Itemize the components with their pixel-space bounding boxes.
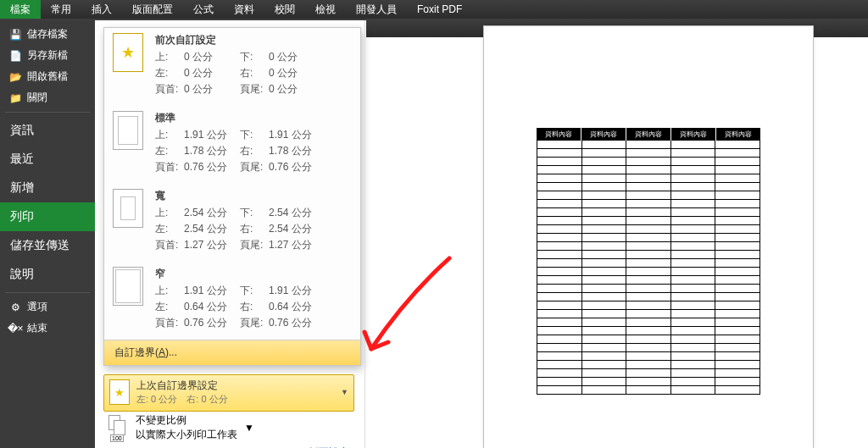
margin-title: 前次自訂設定 bbox=[155, 33, 352, 47]
ribbon-tab-4[interactable]: 公式 bbox=[183, 0, 224, 19]
preview-page: 資料內容資料內容資料內容資料內容資料內容 bbox=[483, 25, 814, 448]
file-icon: 📂 bbox=[8, 70, 22, 84]
file-icon: 💾 bbox=[8, 28, 22, 41]
option-icon: ⚙ bbox=[8, 301, 22, 314]
scaling-option[interactable]: 100 不變更比例 以實際大小列印工作表 ▼ bbox=[103, 410, 354, 447]
preview-row bbox=[537, 276, 760, 285]
margin-thumb: ★ bbox=[113, 33, 143, 72]
ribbon-tab-5[interactable]: 資料 bbox=[224, 0, 264, 19]
sidebar-main-1[interactable]: 最近 bbox=[0, 145, 95, 174]
sidebar-footer-1[interactable]: �×結束 bbox=[0, 318, 95, 339]
margin-option-wide[interactable]: 寬上:2.54 公分下:2.54 公分左:2.54 公分右:2.54 公分頁首:… bbox=[104, 184, 360, 262]
ribbon-tab-6[interactable]: 校閱 bbox=[264, 0, 305, 19]
margin-title: 寬 bbox=[155, 189, 352, 203]
margin-values: 上:2.54 公分下:2.54 公分左:2.54 公分右:2.54 公分頁首:1… bbox=[155, 206, 352, 252]
sidebar-quick-0[interactable]: 💾儲存檔案 bbox=[0, 24, 95, 45]
sidebar-quick-3[interactable]: 📁關閉 bbox=[0, 87, 95, 108]
ribbon-tab-1[interactable]: 常用 bbox=[41, 0, 81, 19]
sidebar-separator bbox=[5, 292, 90, 293]
margin-option-normal[interactable]: 標準上:1.91 公分下:1.91 公分左:1.78 公分右:1.78 公分頁首… bbox=[104, 106, 360, 184]
preview-row bbox=[537, 301, 760, 310]
preview-table: 資料內容資料內容資料內容資料內容資料內容 bbox=[537, 128, 760, 395]
sidebar-main-2[interactable]: 新增 bbox=[0, 174, 95, 202]
margins-selected-option[interactable]: ★ 上次自訂邊界設定 左: 0 公分 右: 0 公分 ▼ bbox=[103, 374, 354, 412]
ribbon-tab-9[interactable]: Foxit PDF bbox=[407, 0, 472, 19]
print-preview: 資料內容資料內容資料內容資料內容資料內容 bbox=[441, 25, 856, 440]
preview-row bbox=[537, 149, 760, 158]
preview-row bbox=[537, 285, 760, 293]
sidebar-footer-0[interactable]: ⚙選項 bbox=[0, 296, 95, 318]
margins-selected-thumb: ★ bbox=[109, 379, 130, 405]
margin-thumb bbox=[113, 189, 143, 228]
margin-thumb bbox=[113, 267, 143, 306]
sidebar-quick-label: 儲存檔案 bbox=[27, 27, 68, 41]
preview-row bbox=[537, 174, 760, 183]
preview-header-cell: 資料內容 bbox=[716, 128, 760, 141]
preview-row bbox=[537, 141, 760, 149]
preview-row bbox=[537, 191, 760, 200]
sidebar-quick-1[interactable]: 📄另存新檔 bbox=[0, 45, 95, 66]
preview-row bbox=[537, 361, 760, 369]
ribbon-tab-7[interactable]: 檢視 bbox=[305, 0, 346, 19]
preview-header-cell: 資料內容 bbox=[537, 128, 581, 141]
preview-row bbox=[537, 268, 760, 276]
preview-row bbox=[537, 378, 760, 386]
margins-selected-title: 上次自訂邊界設定 bbox=[136, 379, 228, 393]
margin-option-last-custom[interactable]: ★前次自訂設定上:0 公分下:0 公分左:0 公分右:0 公分頁首:0 公分頁尾… bbox=[104, 28, 360, 106]
margin-values: 上:0 公分下:0 公分左:0 公分右:0 公分頁首:0 公分頁尾:0 公分 bbox=[155, 50, 352, 97]
preview-table-header: 資料內容資料內容資料內容資料內容資料內容 bbox=[537, 128, 760, 141]
hundred-percent-icon: 100 bbox=[110, 434, 124, 442]
sidebar-quick-label: 關閉 bbox=[27, 91, 47, 105]
ribbon-tab-8[interactable]: 開發人員 bbox=[346, 0, 407, 19]
custom-margins-item[interactable]: 自訂邊界(A)... bbox=[104, 340, 360, 365]
option-icon: �× bbox=[8, 322, 22, 335]
sidebar-main-4[interactable]: 儲存並傳送 bbox=[0, 231, 95, 260]
sidebar-separator bbox=[5, 112, 90, 113]
dropdown-arrow-icon: ▼ bbox=[341, 388, 348, 396]
sidebar-quick-label: 另存新檔 bbox=[27, 48, 68, 63]
margins-selected-sub: 左: 0 公分 右: 0 公分 bbox=[136, 393, 228, 406]
sidebar-quick-2[interactable]: 📂開啟舊檔 bbox=[0, 66, 95, 87]
margin-values: 上:1.91 公分下:1.91 公分左:0.64 公分右:0.64 公分頁首:0… bbox=[155, 284, 352, 330]
margin-title: 窄 bbox=[155, 267, 352, 281]
preview-row bbox=[537, 335, 760, 344]
margins-dropdown-list: ★前次自訂設定上:0 公分下:0 公分左:0 公分右:0 公分頁首:0 公分頁尾… bbox=[103, 27, 361, 366]
preview-row bbox=[537, 183, 760, 191]
margin-title: 標準 bbox=[155, 111, 352, 125]
preview-row bbox=[537, 293, 760, 301]
star-icon: ★ bbox=[114, 386, 125, 399]
preview-row bbox=[537, 158, 760, 166]
dropdown-arrow-icon: ▼ bbox=[244, 422, 254, 434]
ribbon-tabs: 檔案常用插入版面配置公式資料校閱檢視開發人員Foxit PDF bbox=[0, 0, 868, 19]
preview-header-cell: 資料內容 bbox=[626, 128, 671, 141]
preview-row bbox=[537, 259, 760, 268]
preview-row bbox=[537, 352, 760, 361]
preview-header-cell: 資料內容 bbox=[671, 128, 716, 141]
file-icon: 📁 bbox=[8, 91, 22, 105]
preview-table-body bbox=[537, 141, 760, 395]
sidebar-main-0[interactable]: 資訊 bbox=[0, 116, 95, 145]
scaling-sub: 以實際大小列印工作表 bbox=[136, 428, 237, 442]
preview-row bbox=[537, 208, 760, 217]
ribbon-tab-3[interactable]: 版面配置 bbox=[122, 0, 183, 19]
sidebar-main-5[interactable]: 說明 bbox=[0, 260, 95, 289]
star-icon: ★ bbox=[121, 43, 135, 62]
scaling-title: 不變更比例 bbox=[136, 413, 237, 428]
sidebar-quick-label: 開啟舊檔 bbox=[27, 69, 68, 84]
preview-row bbox=[537, 166, 760, 174]
preview-row bbox=[537, 251, 760, 259]
margin-option-narrow[interactable]: 窄上:1.91 公分下:1.91 公分左:0.64 公分右:0.64 公分頁首:… bbox=[104, 262, 360, 340]
preview-row bbox=[537, 234, 760, 242]
sidebar-footer-label: 選項 bbox=[27, 300, 47, 314]
backstage-sidebar: 💾儲存檔案📄另存新檔📂開啟舊檔📁關閉資訊最近新增列印儲存並傳送說明⚙選項�×結束 bbox=[0, 20, 95, 448]
preview-row bbox=[537, 386, 760, 395]
sidebar-main-3[interactable]: 列印 bbox=[0, 202, 95, 231]
file-icon: 📄 bbox=[8, 49, 22, 63]
sidebar-footer-label: 結束 bbox=[27, 321, 47, 335]
preview-row bbox=[537, 200, 760, 208]
ribbon-tab-0[interactable]: 檔案 bbox=[0, 0, 41, 19]
custom-margins-label: 自訂邊界(A)... bbox=[114, 346, 177, 358]
print-center-panel: ★前次自訂設定上:0 公分下:0 公分左:0 公分右:0 公分頁首:0 公分頁尾… bbox=[95, 20, 366, 448]
ribbon-tab-2[interactable]: 插入 bbox=[81, 0, 122, 19]
scaling-thumb: 100 bbox=[108, 415, 129, 440]
